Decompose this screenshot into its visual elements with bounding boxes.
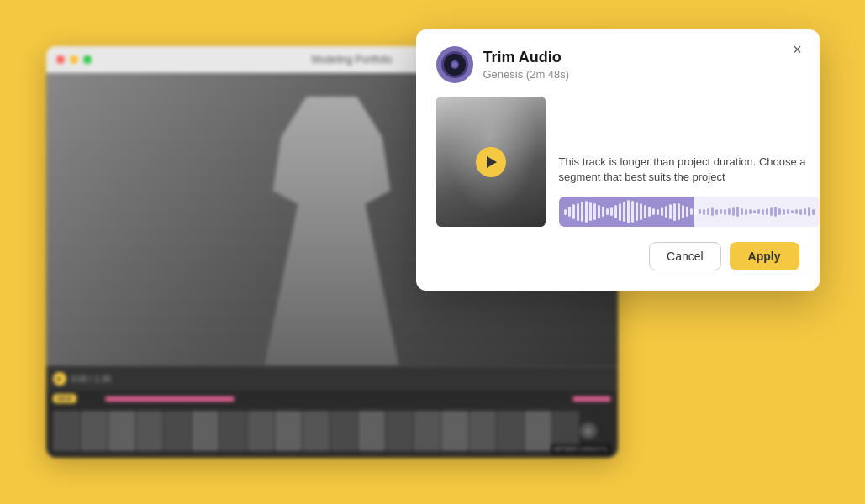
- close-dot[interactable]: [56, 55, 65, 64]
- timeline-frame: [192, 411, 219, 451]
- waveform-bar: [598, 205, 600, 218]
- timeline-timestamp: 0:00 / 1:30: [71, 375, 111, 384]
- waveform-bar: [694, 209, 697, 215]
- timeline-frame: [497, 411, 524, 451]
- waveform-bar: [707, 208, 709, 216]
- video-thumbnail[interactable]: [436, 97, 546, 227]
- waveform-bars: [561, 197, 818, 227]
- timeline-frame: [219, 411, 246, 451]
- timeline-play-button[interactable]: ▶: [53, 372, 66, 386]
- modal-description: This track is longer than project durati…: [559, 155, 820, 185]
- timeline-frame: [386, 411, 413, 451]
- timeline-pink-bar-1: [105, 396, 235, 402]
- modal-title-group: Trim Audio Genesis (2m 48s): [483, 49, 570, 81]
- waveform-bar: [678, 203, 680, 219]
- waveform-bar: [610, 207, 613, 217]
- waveform-bar: [732, 207, 735, 217]
- timeline-frame: [136, 411, 163, 451]
- timeline-frame: [303, 411, 330, 451]
- modal-actions: Cancel Apply: [436, 242, 799, 270]
- timeline-track-area: NEW: [46, 391, 618, 458]
- waveform-bar: [657, 209, 659, 215]
- waveform-bar: [602, 207, 604, 217]
- waveform-bar: [812, 209, 815, 215]
- timeline-frame: [164, 411, 191, 451]
- waveform-bar: [619, 203, 621, 221]
- modal-right-panel: This track is longer than project durati…: [559, 97, 820, 227]
- waveform-bar: [808, 207, 810, 217]
- waveform-bar: [564, 209, 567, 215]
- waveform-bar: [686, 207, 688, 217]
- waveform-bar: [648, 207, 651, 217]
- waveform-bar: [778, 208, 781, 216]
- waveform-bar: [728, 208, 731, 216]
- waveform-bar: [715, 209, 718, 215]
- waveform-bar: [644, 205, 646, 218]
- waveform-bar: [774, 207, 777, 217]
- waveform-bar: [799, 209, 802, 215]
- vinyl-center: [451, 60, 459, 69]
- apply-button[interactable]: Apply: [730, 242, 799, 270]
- maximize-dot[interactable]: [83, 55, 92, 64]
- waveform-bar: [703, 209, 705, 215]
- waveform-bar: [762, 209, 764, 215]
- timeline-frame: [275, 411, 302, 451]
- person-silhouette: [248, 97, 416, 365]
- timeline-frame: [330, 411, 357, 451]
- waveform-bar: [783, 209, 785, 215]
- timeline-frame: [469, 411, 496, 451]
- vinyl-record-icon: [441, 51, 468, 78]
- timeline-frame: [358, 411, 385, 451]
- waveform-bar: [736, 207, 739, 217]
- waveform-container[interactable]: [559, 197, 820, 227]
- waveform-bar: [753, 210, 756, 213]
- waveform-bar: [589, 202, 592, 222]
- waveform-bar: [749, 209, 752, 213]
- modal-body: This track is longer than project durati…: [436, 97, 799, 227]
- timeline-frame: [81, 411, 108, 451]
- waveform-bar: [640, 203, 642, 219]
- modal-subtitle: Genesis (2m 48s): [483, 68, 570, 81]
- timeline-frame: [414, 411, 440, 451]
- timeline-controls: ▶ 0:00 / 1:30: [46, 367, 618, 391]
- waveform-bar: [665, 206, 667, 218]
- timeline-pink-bar-2: [572, 396, 610, 402]
- timeline-frame: [53, 411, 80, 451]
- waveform-bar: [741, 208, 743, 216]
- cancel-button[interactable]: Cancel: [649, 242, 721, 270]
- waveform-bar: [669, 204, 672, 219]
- waveform-bar: [766, 208, 768, 216]
- waveform-bar: [699, 209, 701, 213]
- waveform-bar: [623, 202, 625, 223]
- minimize-dot[interactable]: [70, 55, 78, 64]
- waveform-bar: [791, 210, 794, 213]
- timeline-frame: [441, 411, 468, 451]
- play-triangle-icon: [487, 156, 497, 168]
- waveform-bar: [636, 202, 638, 222]
- timeline-badge: NEW: [53, 394, 77, 403]
- waveform-bar: [711, 207, 714, 217]
- waveform-bar: [631, 201, 634, 223]
- waveform-bar: [661, 207, 663, 217]
- waveform-bar: [724, 209, 726, 215]
- modal-close-button[interactable]: ×: [788, 39, 808, 60]
- app-title: Modeling Portfolio: [311, 54, 392, 66]
- waveform-bar: [652, 208, 655, 216]
- waveform-bar: [804, 208, 806, 216]
- waveform-bar: [673, 203, 676, 221]
- waveform-bar: [787, 209, 789, 213]
- audio-icon: [436, 46, 473, 83]
- timeline-panel: ▶ 0:00 / 1:30 NEW: [46, 365, 618, 458]
- waveform-bar: [581, 202, 583, 223]
- waveform-bar: [770, 207, 773, 217]
- timeline-frame: [525, 411, 551, 451]
- waveform-bar: [627, 200, 630, 223]
- timeline-frame: [108, 411, 135, 451]
- waveform-bar: [572, 204, 575, 219]
- waveform-bar: [690, 208, 693, 216]
- timeline-end-label: AFTER CREDITS: [551, 444, 611, 454]
- add-track-button[interactable]: +: [580, 423, 597, 439]
- play-overlay-button[interactable]: [476, 147, 506, 177]
- modal-title: Trim Audio: [483, 49, 570, 67]
- waveform-bar: [614, 205, 617, 218]
